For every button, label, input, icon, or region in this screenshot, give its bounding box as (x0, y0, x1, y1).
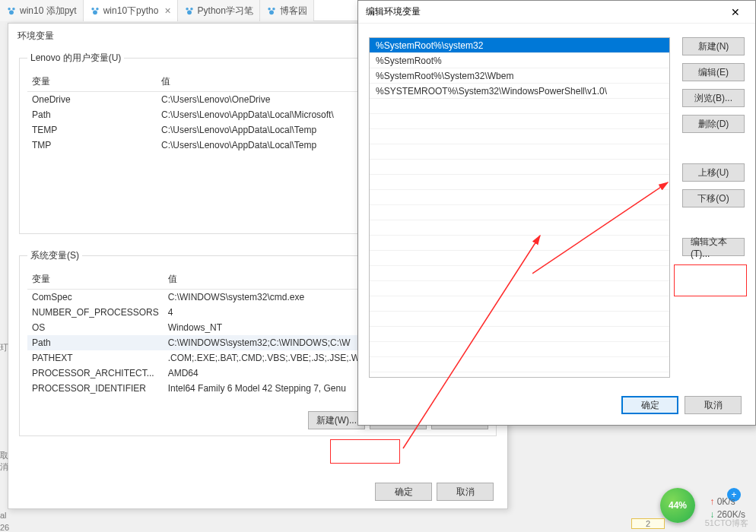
paw-icon (90, 5, 100, 16)
cell-var: OneDrive (27, 92, 157, 108)
svg-point-7 (190, 8, 193, 10)
ok-button[interactable]: 确定 (621, 396, 678, 414)
list-item-empty[interactable] (370, 160, 669, 175)
tab-3[interactable]: Python学习笔 (178, 0, 260, 21)
sys-new-button[interactable]: 新建(W)... (308, 411, 365, 429)
dialog2-title: 编辑环境变量 (366, 5, 421, 18)
list-item-empty[interactable] (370, 342, 669, 357)
ok-button[interactable]: 确定 (375, 483, 432, 501)
edit-text-button[interactable]: 编辑文本(T)... (682, 238, 745, 256)
svg-point-6 (186, 8, 189, 10)
cell-var: PROCESSOR_ARCHITECT... (27, 366, 164, 381)
cell-var: PATHEXT (27, 350, 164, 366)
cell-var: TEMP (27, 122, 157, 138)
svg-point-4 (96, 8, 99, 10)
tab-label: Python学习笔 (198, 5, 253, 17)
col-variable: 变量 (27, 270, 164, 290)
move-down-button[interactable]: 下移(O) (682, 189, 745, 207)
tab-1[interactable]: win10 添加pyt (0, 0, 84, 21)
cell-var: OS (27, 320, 164, 335)
browse-button[interactable]: 浏览(B)... (682, 89, 745, 107)
paw-icon (184, 5, 195, 16)
svg-point-5 (93, 10, 97, 14)
list-item-empty[interactable] (370, 190, 669, 205)
tab-2[interactable]: win10下pytho × (84, 0, 178, 21)
cell-var: Path (27, 107, 157, 122)
col-variable: 变量 (27, 72, 157, 92)
percent-badge[interactable]: 44% (660, 488, 695, 523)
svg-point-8 (187, 10, 192, 14)
svg-point-1 (12, 8, 15, 10)
list-item-empty[interactable] (370, 357, 669, 372)
crop-fragment: 26 (0, 523, 14, 532)
new-button[interactable]: 新建(N) (682, 37, 745, 55)
cell-var: NUMBER_OF_PROCESSORS (27, 305, 164, 320)
tab-4[interactable]: 博客园 (260, 0, 314, 21)
list-item-empty[interactable] (370, 220, 669, 236)
list-item-empty[interactable] (370, 312, 669, 327)
delete-button[interactable]: 删除(D) (682, 115, 745, 133)
cell-var: ComSpec (27, 290, 164, 306)
list-item-empty[interactable] (370, 281, 669, 296)
list-item-empty[interactable] (370, 251, 669, 266)
list-item-empty[interactable] (370, 144, 669, 160)
crop-fragment: 取消 (0, 450, 14, 473)
list-item-empty[interactable] (370, 205, 669, 220)
cancel-button[interactable]: 取消 (437, 483, 494, 501)
list-item[interactable]: %SystemRoot% (370, 53, 669, 68)
list-item[interactable]: %SystemRoot%\system32 (370, 38, 669, 53)
list-item-empty[interactable] (370, 129, 669, 144)
list-item-empty[interactable] (370, 266, 669, 281)
close-icon[interactable]: ✕ (720, 3, 751, 21)
crop-fragment: 玎 (0, 342, 14, 353)
upload-speed: 0K/s (710, 496, 745, 508)
svg-point-10 (272, 8, 275, 10)
cell-var: PROCESSOR_IDENTIFIER (27, 381, 164, 396)
system-vars-legend: 系统变量(S) (27, 249, 82, 262)
list-item-empty[interactable] (370, 114, 669, 129)
user-vars-legend: Lenovo 的用户变量(U) (27, 52, 124, 65)
svg-point-2 (9, 10, 14, 14)
move-up-button[interactable]: 上移(U) (682, 163, 745, 182)
tab-label: 博客园 (280, 5, 307, 17)
list-item[interactable]: %SYSTEMROOT%\System32\WindowsPowerShell\… (370, 84, 669, 99)
paw-icon (266, 5, 277, 16)
svg-point-11 (269, 10, 274, 14)
svg-point-9 (268, 8, 271, 10)
tab-label: win10 添加pyt (20, 5, 77, 17)
browser-tab-bar: win10 添加pyt win10下pytho × Python学习笔 博客园 (0, 0, 357, 21)
list-item[interactable]: %SystemRoot%\System32\Wbem (370, 68, 669, 84)
edit-env-dialog: 编辑环境变量 ✕ %SystemRoot%\system32%SystemRoo… (357, 0, 756, 426)
cell-var: TMP (27, 138, 157, 153)
close-icon[interactable]: × (164, 5, 170, 16)
list-item-empty[interactable] (370, 236, 669, 251)
svg-point-3 (91, 8, 94, 10)
edit-button[interactable]: 编辑(E) (682, 63, 745, 81)
list-item-empty[interactable] (370, 99, 669, 114)
tab-label: win10下pytho (103, 5, 159, 17)
paw-icon (6, 5, 17, 16)
list-item-empty[interactable] (370, 175, 669, 190)
svg-point-0 (8, 8, 11, 10)
bottom-counter: 2 (631, 518, 665, 529)
cancel-button[interactable]: 取消 (685, 396, 742, 414)
cell-var: Path (27, 335, 164, 350)
list-item-empty[interactable] (370, 296, 669, 312)
path-listbox[interactable]: %SystemRoot%\system32%SystemRoot%%System… (369, 37, 670, 378)
list-item-empty[interactable] (370, 327, 669, 342)
crop-fragment: al (0, 511, 14, 520)
watermark: 51CTO博客 (705, 518, 748, 529)
